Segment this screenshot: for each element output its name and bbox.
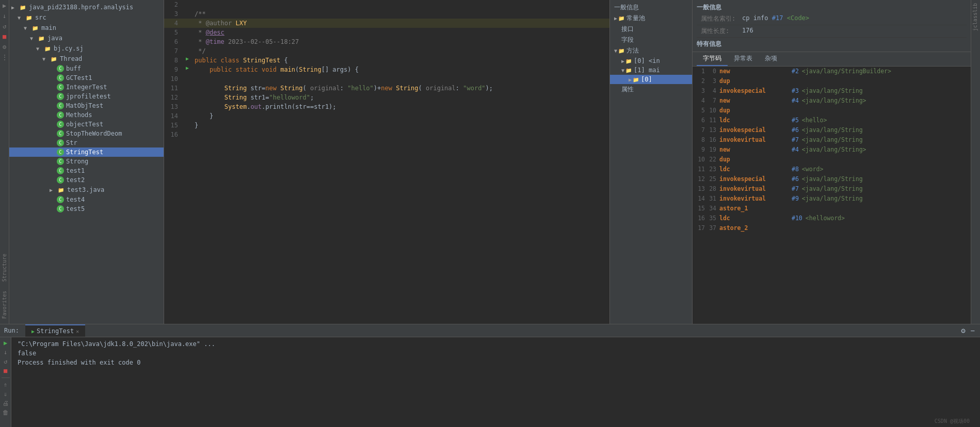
panel-item-constant-pool[interactable]: ▶ 📁 常量池 bbox=[610, 13, 692, 24]
tree-label-test1: test1 bbox=[66, 167, 85, 174]
code-line-15: 15 } bbox=[164, 121, 609, 130]
info-row-attr-length: 属性长度: 176 bbox=[697, 25, 967, 38]
tree-test1[interactable]: C test1 bbox=[9, 166, 164, 175]
tree-main[interactable]: ▼ 📁 main bbox=[9, 23, 164, 33]
structure-label[interactable]: Structure bbox=[1, 251, 8, 285]
info-row-attr-name: 属性名索引: cp info #17 <Code> bbox=[697, 13, 967, 25]
tree-label-buff: buff bbox=[66, 65, 81, 72]
tree-matobjtest[interactable]: C MatObjTest bbox=[9, 101, 164, 110]
folder-icon: 📁 bbox=[19, 3, 27, 11]
tree-methods[interactable]: C Methods bbox=[9, 110, 164, 120]
code-line-11: 11 String str=new String( original: "hel… bbox=[164, 84, 609, 93]
bc-line-12: 12 25 invokespecial #6 <java/lang/String bbox=[693, 174, 971, 184]
bytecode-content[interactable]: 1 0 new #2 <java/lang/StringBuilder> 2 3… bbox=[693, 67, 971, 324]
bottom-content-area: ▶ ↓ ↺ ■ ⇑ ⇓ 🖨 🗑 "C:\Program Files\Java\j… bbox=[0, 337, 980, 427]
bc-line-1: 1 0 new #2 <java/lang/StringBuilder> bbox=[693, 67, 971, 76]
settings-btn[interactable]: ⚙ bbox=[960, 325, 966, 336]
code-line-4: 4 * @author LXY bbox=[164, 19, 609, 28]
left-action-bar: ▶ ↓ ↺ ■ ⚙ ⋮ Structure Favorites bbox=[0, 0, 9, 324]
stop-console-button[interactable]: ■ bbox=[4, 367, 7, 374]
panel-item-method-1-code[interactable]: ▶ 📁 [0] bbox=[610, 75, 692, 84]
class-icon-methods: C bbox=[57, 111, 64, 119]
tree-label-matobjtest: MatObjTest bbox=[66, 102, 103, 109]
code-line-5: 5 * @desc bbox=[164, 28, 609, 37]
arrow-thread: ▼ bbox=[42, 56, 50, 62]
run-button[interactable]: ▶ bbox=[3, 2, 6, 9]
panel-item-method-1[interactable]: ▼ 📁 [1] mai bbox=[610, 65, 692, 75]
clear-button[interactable]: 🗑 bbox=[3, 409, 9, 416]
tree-buff[interactable]: C buff bbox=[9, 64, 164, 73]
tree-strong[interactable]: C Strong bbox=[9, 157, 164, 166]
class-icon-test1: C bbox=[57, 167, 64, 174]
tree-java[interactable]: ▼ 📁 java bbox=[9, 33, 164, 43]
tree-thread[interactable]: ▼ 📁 Thread bbox=[9, 54, 164, 64]
bc-line-16: 16 35 ldc #10 <helloword> bbox=[693, 213, 971, 223]
tab-misc[interactable]: 杂项 bbox=[759, 52, 783, 66]
tree-label-str: Str bbox=[66, 139, 77, 146]
vert-tab-jclasslib[interactable]: jclasslib bbox=[971, 0, 980, 34]
code-line-2: 2 bbox=[164, 0, 609, 9]
code-line-12: 12 String str1="helloword"; bbox=[164, 93, 609, 102]
rerun-console-button[interactable]: ↺ bbox=[4, 358, 7, 365]
bc-line-7: 7 13 invokespecial #6 <java/lang/String bbox=[693, 125, 971, 135]
general-info-title: 一般信息 bbox=[697, 2, 967, 13]
tree-label-strong: Strong bbox=[66, 158, 88, 165]
tree-objecttest[interactable]: C objectTest bbox=[9, 120, 164, 129]
right-vertical-tabs: jclasslib bbox=[971, 0, 980, 324]
tab-exception-table[interactable]: 异常表 bbox=[728, 52, 759, 66]
scroll-up-button[interactable]: ⇑ bbox=[4, 381, 7, 388]
bytecode-tabs: 字节码 异常表 杂项 bbox=[693, 52, 971, 67]
favorites-label[interactable]: Favorites bbox=[1, 288, 8, 322]
print-button[interactable]: 🖨 bbox=[3, 400, 9, 407]
code-line-3: 3 /** bbox=[164, 9, 609, 19]
scroll-down-button[interactable]: ⇓ bbox=[4, 390, 7, 398]
stop-button[interactable]: ■ bbox=[3, 33, 6, 40]
class-icon-integertest: C bbox=[57, 84, 64, 91]
tree-str[interactable]: C Str bbox=[9, 138, 164, 147]
step-down-button[interactable]: ↓ bbox=[4, 349, 7, 356]
settings-button[interactable]: ⚙ bbox=[3, 43, 6, 51]
tree-gctest1[interactable]: C GCTest1 bbox=[9, 73, 164, 83]
rerun-button[interactable]: ↺ bbox=[3, 23, 6, 30]
editor-content[interactable]: 2 3 /** 4 * @author LXY 5 * @desc bbox=[164, 0, 609, 324]
tree-stoptheworddeom[interactable]: C StopTheWordDeom bbox=[9, 129, 164, 138]
tree-label-methods: Methods bbox=[66, 111, 92, 119]
minimize-btn[interactable]: − bbox=[970, 325, 976, 336]
panel-item-attribute[interactable]: 属性 bbox=[610, 84, 692, 95]
tree-java-pid[interactable]: ▶ 📁 java_pid23188.hprof.analysis bbox=[9, 2, 164, 12]
tree-label-test2: test2 bbox=[66, 176, 85, 184]
tree-label-test3: test3.java bbox=[67, 186, 104, 193]
panel-item-method-0[interactable]: ▶ 📁 [0] <in bbox=[610, 56, 692, 65]
class-icon-stringtest: C bbox=[57, 149, 64, 156]
tree-src[interactable]: ▼ 📁 src bbox=[9, 12, 164, 23]
info-bytecode-panel: 一般信息 属性名索引: cp info #17 <Code> 属性长度: 176… bbox=[692, 0, 971, 324]
bc-line-4: 4 7 new #4 <java/lang/String> bbox=[693, 96, 971, 106]
class-icon-str: C bbox=[57, 139, 64, 146]
panel-item-method[interactable]: ▼ 📁 方法 bbox=[610, 45, 692, 56]
panel-item-interface[interactable]: 接口 bbox=[610, 24, 692, 35]
tree-integertest[interactable]: C IntegerTest bbox=[9, 83, 164, 92]
folder-icon-main: 📁 bbox=[31, 24, 39, 32]
folder-icon-src: 📁 bbox=[25, 13, 33, 22]
tree-bj-cy-sj[interactable]: ▼ 📁 bj.cy.sj bbox=[9, 43, 164, 54]
step-over-button[interactable]: ↓ bbox=[3, 12, 6, 20]
run-again-button[interactable]: ▶ bbox=[4, 339, 7, 347]
tree-test2[interactable]: C test2 bbox=[9, 175, 164, 185]
arrow-test3: ▶ bbox=[50, 187, 57, 193]
tree-jprofiletest[interactable]: C jprofiletest bbox=[9, 92, 164, 101]
class-icon-objecttest: C bbox=[57, 121, 64, 128]
tree-test3[interactable]: ▶ 📁 test3.java bbox=[9, 185, 164, 195]
bc-line-6: 6 11 ldc #5 <hello> bbox=[693, 116, 971, 125]
close-run-tab[interactable]: ✕ bbox=[76, 329, 79, 334]
tab-run-stringtest[interactable]: ▶ StringTest ✕ bbox=[25, 324, 85, 337]
bc-line-2: 2 3 dup bbox=[693, 76, 971, 86]
tab-bytecode[interactable]: 字节码 bbox=[697, 52, 728, 66]
tree-stringtest[interactable]: C StringTest bbox=[9, 147, 164, 157]
panel-item-general[interactable]: 一般信息 bbox=[610, 2, 692, 13]
more-button[interactable]: ⋮ bbox=[2, 54, 8, 61]
tree-test4[interactable]: C test4 bbox=[9, 195, 164, 204]
arrow-src: ▼ bbox=[18, 15, 25, 21]
tree-test5[interactable]: C test5 bbox=[9, 204, 164, 213]
panel-item-field[interactable]: 字段 bbox=[610, 35, 692, 45]
console-action-bar: ▶ ↓ ↺ ■ ⇑ ⇓ 🖨 🗑 bbox=[0, 337, 11, 427]
